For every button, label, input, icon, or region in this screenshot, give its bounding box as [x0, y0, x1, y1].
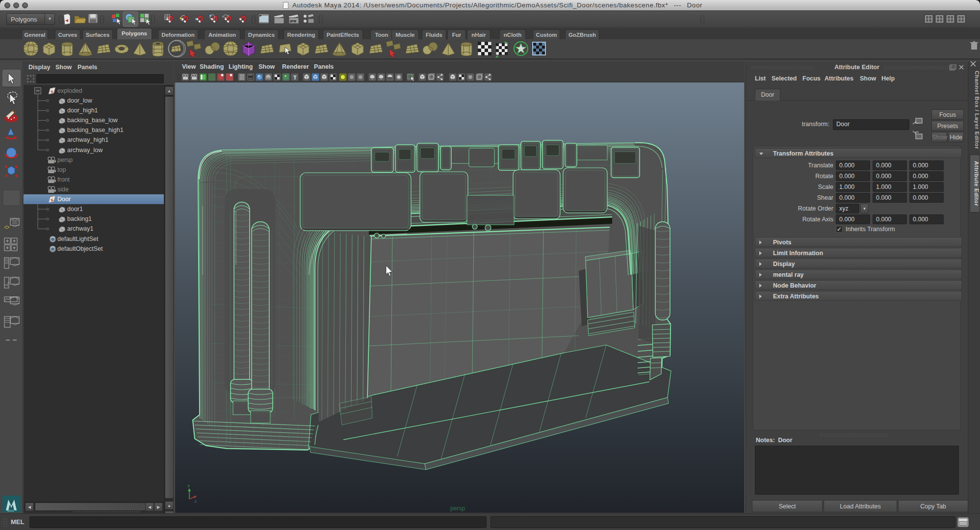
svg-text:Y: Y — [187, 484, 190, 488]
svg-text:T: T — [293, 75, 297, 80]
svg-text:IPR: IPR — [290, 19, 297, 24]
svg-text:MAYA: MAYA — [7, 509, 14, 512]
svg-text:persp: persp — [450, 505, 465, 512]
svg-text:z: z — [195, 500, 197, 503]
